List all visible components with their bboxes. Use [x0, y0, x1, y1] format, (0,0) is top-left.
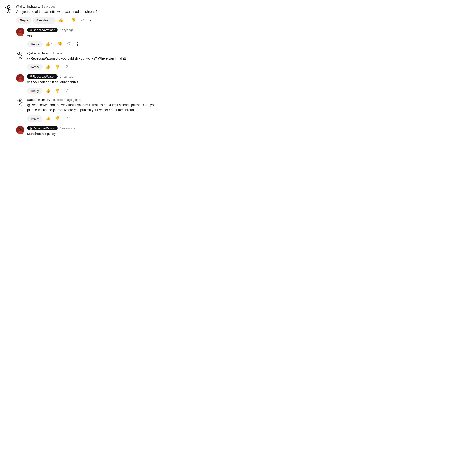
- svg-rect-39: [19, 128, 22, 128]
- reply-1-like-button[interactable]: 👍 1: [44, 41, 55, 47]
- reply-1-timestamp: 2 days ago: [59, 28, 74, 32]
- svg-line-6: [9, 11, 10, 13]
- reply-5: @RebeccaWatson 0 seconds ago Munchonthis…: [16, 126, 163, 139]
- reply-3-timestamp: 1 hour ago: [59, 75, 73, 78]
- thumbs-down-icon: 👎: [55, 65, 60, 69]
- reply-5-username: @RebeccaWatson: [27, 126, 58, 130]
- reply-1-actions: Reply 👍 1 👎 ♡ ⋮: [27, 40, 163, 48]
- reply-3-actions: Reply 👍 👎 ♡ ⋮: [27, 87, 163, 94]
- reply-2-actions: Reply 👍 👎 ♡ ⋮: [27, 63, 163, 70]
- svg-line-33: [20, 103, 22, 105]
- main-comment-header: @aliszhinchaenz 2 days ago: [16, 5, 163, 8]
- main-replies-expand-button[interactable]: 4 replies ∧: [33, 17, 56, 23]
- reply-1-body: @RebeccaWatson 2 days ago yes Reply 👍 1 …: [27, 28, 163, 51]
- main-like-count: 1: [64, 19, 66, 22]
- reply-3-text: yes you can find it on Munchonthis: [27, 80, 163, 85]
- heart-icon: ♡: [65, 65, 68, 69]
- reply-4: @aliszhinchaenz 15 minutes ago (edited) …: [16, 98, 163, 126]
- svg-line-32: [19, 103, 20, 105]
- heart-icon: ♡: [81, 18, 84, 22]
- reply-5-header: @RebeccaWatson 0 seconds ago: [27, 126, 163, 130]
- main-comment-actions: Reply 4 replies ∧ 👍 1 👎 ♡ ⋮: [16, 17, 163, 24]
- avatar-stickman-main: [4, 5, 13, 14]
- thumbs-up-icon: 👍: [46, 89, 50, 92]
- heart-icon: ♡: [65, 89, 68, 92]
- reply-4-more-button[interactable]: ⋮: [71, 115, 79, 122]
- reply-4-header: @aliszhinchaenz 15 minutes ago (edited): [27, 98, 163, 102]
- reply-4-heart-button[interactable]: ♡: [63, 116, 70, 121]
- reply-3-dislike-button[interactable]: 👎: [53, 88, 62, 93]
- main-comment-text: Are you one of the scientist who examine…: [16, 9, 163, 14]
- reply-4-dislike-button[interactable]: 👎: [53, 116, 62, 121]
- reply-2-dislike-button[interactable]: 👎: [53, 64, 62, 70]
- reply-1-reply-button[interactable]: Reply: [27, 41, 43, 47]
- svg-line-18: [20, 55, 22, 56]
- reply-2-timestamp: 1 day ago: [52, 52, 65, 55]
- reply-4-text: @RebeccaWatson the way that it sounds is…: [27, 102, 163, 113]
- chevron-up-icon: ∧: [49, 19, 52, 22]
- reply-5-text: Munchonthis pussy: [27, 131, 163, 136]
- thumbs-down-icon: 👎: [55, 89, 60, 92]
- reply-3-heart-button[interactable]: ♡: [63, 88, 70, 93]
- reply-5-body: @RebeccaWatson 0 seconds ago Munchonthis…: [27, 126, 163, 139]
- reply-2-heart-button[interactable]: ♡: [63, 64, 70, 70]
- svg-line-30: [17, 100, 18, 101]
- main-more-button[interactable]: ⋮: [87, 17, 95, 24]
- svg-line-31: [20, 102, 22, 102]
- replies-count-label: 4 replies: [36, 19, 48, 22]
- thumbs-up-icon: 👍: [46, 42, 50, 46]
- svg-line-4: [9, 9, 11, 10]
- thumbs-down-icon: 👎: [71, 18, 76, 22]
- svg-line-5: [7, 11, 9, 13]
- avatar-rebecca-5: [16, 126, 24, 134]
- avatar-rebecca-3: [16, 74, 24, 82]
- reply-1: @RebeccaWatson 2 days ago yes Reply 👍 1 …: [16, 28, 163, 51]
- thumbs-up-icon: 👍: [46, 65, 50, 69]
- reply-5-timestamp: 0 seconds ago: [59, 127, 78, 130]
- reply-4-body: @aliszhinchaenz 15 minutes ago (edited) …: [27, 98, 163, 126]
- svg-point-27: [19, 99, 22, 101]
- reply-3-body: @RebeccaWatson 1 hour ago yes you can fi…: [27, 74, 163, 98]
- thumbs-down-icon: 👎: [55, 117, 60, 120]
- reply-4-timestamp: 15 minutes ago (edited): [52, 98, 82, 102]
- reply-2-body: @aliszhinchaenz 1 day ago @RebeccaWatson…: [27, 51, 163, 74]
- main-heart-button[interactable]: ♡: [79, 17, 86, 23]
- reply-1-header: @RebeccaWatson 2 days ago: [27, 28, 163, 32]
- reply-2-more-button[interactable]: ⋮: [71, 63, 79, 70]
- reply-2-like-button[interactable]: 👍: [44, 64, 52, 70]
- reply-1-heart-button[interactable]: ♡: [65, 41, 72, 47]
- reply-1-more-button[interactable]: ⋮: [73, 40, 82, 48]
- comment-thread: @aliszhinchaenz 2 days ago Are you one o…: [4, 5, 163, 139]
- svg-line-19: [19, 57, 20, 59]
- svg-point-14: [19, 52, 22, 54]
- thumbs-down-icon: 👎: [58, 42, 62, 46]
- main-dislike-button[interactable]: 👎: [69, 17, 78, 23]
- reply-1-username: @RebeccaWatson: [27, 28, 58, 32]
- main-comment-body: @aliszhinchaenz 2 days ago Are you one o…: [16, 5, 163, 28]
- main-reply-button[interactable]: Reply: [16, 17, 32, 23]
- reply-3-username: @RebeccaWatson: [27, 74, 58, 79]
- svg-rect-26: [19, 76, 22, 77]
- heart-icon: ♡: [65, 117, 68, 120]
- avatar-stickman-4: [16, 98, 24, 106]
- main-like-button[interactable]: 👍 1: [57, 17, 68, 23]
- reply-2-text: @RebeccaWatson did you publish your work…: [27, 56, 163, 61]
- main-timestamp: 2 days ago: [41, 5, 56, 8]
- reply-4-actions: Reply 👍 👎 ♡ ⋮: [27, 115, 163, 122]
- reply-4-like-button[interactable]: 👍: [44, 116, 52, 121]
- reply-2: @aliszhinchaenz 1 day ago @RebeccaWatson…: [16, 51, 163, 74]
- reply-4-username: @aliszhinchaenz: [27, 98, 50, 102]
- reply-4-reply-button[interactable]: Reply: [27, 115, 43, 122]
- reply-2-reply-button[interactable]: Reply: [27, 64, 43, 70]
- main-comment: @aliszhinchaenz 2 days ago Are you one o…: [4, 5, 163, 28]
- reply-3-reply-button[interactable]: Reply: [27, 88, 43, 94]
- svg-rect-13: [19, 30, 22, 30]
- reply-3-like-button[interactable]: 👍: [44, 88, 52, 93]
- reply-3-header: @RebeccaWatson 1 hour ago: [27, 74, 163, 79]
- reply-1-dislike-button[interactable]: 👎: [56, 41, 64, 47]
- reply-3-more-button[interactable]: ⋮: [71, 87, 79, 94]
- svg-line-20: [20, 57, 22, 59]
- svg-point-0: [7, 5, 10, 8]
- thumbs-up-icon: 👍: [58, 18, 63, 22]
- avatar-rebecca-1: [16, 28, 24, 36]
